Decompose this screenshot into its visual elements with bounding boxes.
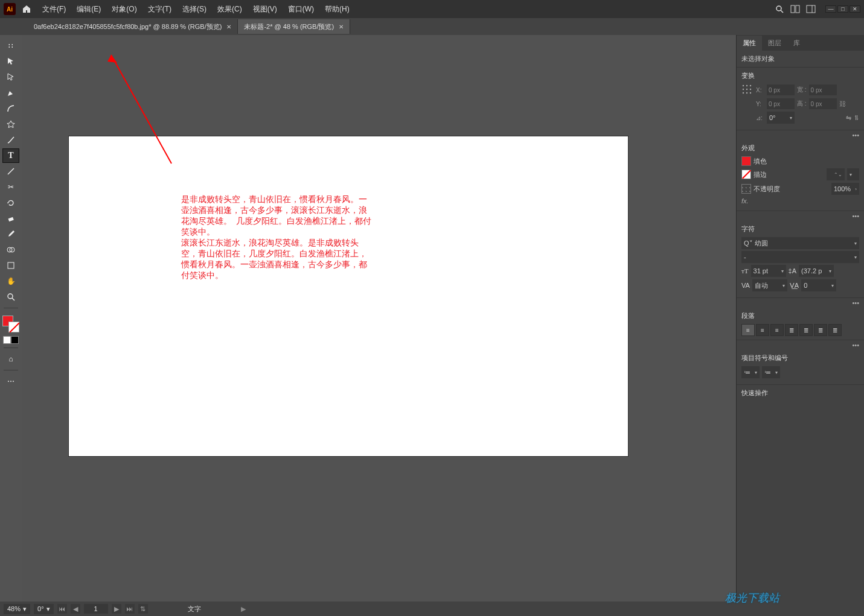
zoom-select[interactable]: 48%▾ (4, 604, 30, 614)
stroke-weight[interactable]: ⌃⌄ (827, 168, 845, 180)
first-artboard-button[interactable]: ⏮ (57, 604, 67, 614)
artboard-number[interactable]: 1 (84, 604, 108, 614)
ref-point-icon[interactable] (741, 84, 754, 96)
justify-center-button[interactable]: ≣ (799, 324, 813, 336)
zoom-tool[interactable] (2, 290, 19, 304)
selection-tool[interactable] (2, 54, 19, 69)
tool-panel: ∷ T ✂ ✋ ⌂ ⋯ (0, 35, 22, 602)
doc-tab-1[interactable]: 0af6eb24c8182e7f405855fc5fcf80b.jpg* @ 8… (28, 19, 238, 34)
canvas-text[interactable]: 是非成败转头空，青山依旧在，惯看秋月春风。一壶浊酒喜相逢，古今多少事，滚滚长江东… (181, 194, 374, 281)
grip-icon[interactable]: ∷ (2, 39, 19, 53)
w-input[interactable] (809, 84, 837, 95)
shapebuilder-tool[interactable] (2, 243, 19, 257)
last-artboard-button[interactable]: ⏭ (125, 604, 135, 614)
h-input[interactable] (809, 98, 837, 109)
close-icon[interactable]: ✕ (226, 24, 231, 30)
star-tool[interactable] (2, 117, 19, 132)
properties-panel: 属性 图层 库 未选择对象 变换 X: 宽 : Y: 高 : ⛓ ⊿: 0°▾ (736, 35, 864, 602)
menu-effect[interactable]: 效果(C) (214, 2, 246, 17)
rotate-select[interactable]: 0°▾ (34, 604, 54, 614)
justify-all-button[interactable]: ≣ (828, 324, 842, 336)
direct-select-tool[interactable] (2, 70, 19, 84)
arrange-icon[interactable] (790, 5, 800, 13)
eraser-tool[interactable] (2, 211, 19, 226)
bullet-list-button[interactable]: ≔▾ (741, 366, 760, 378)
menu-window[interactable]: 窗口(W) (284, 2, 318, 17)
kerning-input[interactable]: 自动▾ (752, 279, 787, 291)
tracking-icon: V͟A (790, 282, 799, 290)
stroke-label: 描边 (754, 170, 767, 179)
opacity-input[interactable]: 100%› (831, 183, 859, 195)
rotate-tool[interactable] (2, 195, 19, 210)
stroke-swatch[interactable] (741, 170, 751, 179)
color-swatch[interactable] (2, 316, 19, 332)
workspace-icon[interactable] (806, 5, 816, 13)
status-play-icon[interactable]: ▶ (241, 605, 246, 613)
home-icon[interactable] (21, 3, 33, 15)
number-list-button[interactable]: ≔▾ (762, 366, 780, 378)
menu-type[interactable]: 文字(T) (144, 2, 175, 17)
search-icon[interactable] (775, 4, 784, 14)
font-style-select[interactable]: -▾ (741, 251, 859, 263)
menu-help[interactable]: 帮助(H) (321, 2, 353, 17)
svg-line-6 (8, 168, 14, 174)
line-tool[interactable] (2, 164, 19, 179)
h-label: 高 : (797, 100, 807, 108)
maximize-button[interactable]: □ (837, 5, 848, 13)
curvature-tool[interactable] (2, 101, 19, 116)
fill-swatch[interactable] (741, 156, 751, 166)
menu-object[interactable]: 对象(O) (108, 2, 140, 17)
bullets-heading: 项目符号和编号 (741, 354, 859, 363)
angle-input[interactable]: 0°▾ (767, 112, 795, 124)
more-icon[interactable]: ••• (737, 130, 864, 140)
type-tool[interactable]: T (2, 148, 19, 163)
menu-file[interactable]: 文件(F) (39, 2, 69, 17)
more-icon[interactable]: ••• (737, 211, 864, 221)
scissors-tool[interactable]: ✂ (2, 180, 19, 194)
align-right-button[interactable]: ≡ (770, 324, 784, 336)
font-size-input[interactable]: 31 pt▾ (751, 265, 786, 277)
more-icon[interactable]: ••• (737, 298, 864, 308)
x-input[interactable] (767, 84, 795, 95)
tracking-input[interactable]: 0▾ (801, 279, 836, 291)
link-icon[interactable]: ⛓ (839, 100, 846, 107)
tab-libraries[interactable]: 库 (787, 36, 806, 51)
y-input[interactable] (767, 98, 795, 109)
next-artboard-button[interactable]: ▶ (112, 604, 121, 614)
close-icon[interactable]: ✕ (339, 24, 344, 30)
menu-select[interactable]: 选择(S) (179, 2, 210, 17)
flip-h-icon[interactable]: ⇋ (846, 114, 851, 122)
justify-right-button[interactable]: ≣ (814, 324, 827, 336)
align-left-button[interactable]: ≡ (741, 324, 755, 336)
artboard: 是非成败转头空，青山依旧在，惯看秋月春风。一壶浊酒喜相逢，古今多少事，滚滚长江东… (69, 136, 628, 456)
flip-v-icon[interactable]: ⥮ (854, 114, 859, 122)
align-center-button[interactable]: ≡ (756, 324, 769, 336)
font-family-select[interactable]: Q˅ 幼圆▾ (741, 237, 859, 249)
canvas-area[interactable]: 是非成败转头空，青山依旧在，惯看秋月春风。一壶浊酒喜相逢，古今多少事，滚滚长江东… (22, 35, 736, 602)
edit-toolbar-icon[interactable]: ⋯ (2, 374, 19, 389)
doc-tab-2[interactable]: 未标题-2* @ 48 % (RGB/预览)✕ (238, 19, 350, 34)
hand-tool[interactable]: ✋ (2, 274, 19, 288)
menu-edit[interactable]: 编辑(E) (73, 2, 104, 17)
more-icon[interactable]: ••• (737, 340, 864, 350)
screen-mode-toggle[interactable] (3, 336, 19, 344)
artboard-tool[interactable] (2, 258, 19, 273)
fx-button[interactable]: fx. (741, 197, 749, 205)
doc-tab-2-label: 未标题-2* @ 48 % (RGB/预览) (244, 22, 334, 31)
justify-left-button[interactable]: ≣ (785, 324, 798, 336)
close-button[interactable]: ✕ (850, 5, 860, 13)
leading-input[interactable]: (37.2 p▾ (799, 265, 834, 277)
minimize-button[interactable]: — (825, 5, 836, 13)
drawmode-icon[interactable]: ⌂ (2, 352, 19, 366)
w-label: 宽 : (797, 86, 807, 94)
menu-view[interactable]: 视图(V) (249, 2, 281, 17)
tab-layers[interactable]: 图层 (762, 36, 787, 51)
stroke-profile[interactable]: ▾ (847, 168, 859, 180)
angle-label: ⊿: (756, 115, 764, 121)
eyedropper-tool[interactable] (2, 227, 19, 241)
prev-artboard-button[interactable]: ◀ (71, 604, 80, 614)
pen-tool[interactable] (2, 86, 19, 100)
tab-properties[interactable]: 属性 (737, 36, 762, 51)
brush-tool[interactable] (2, 133, 19, 147)
artboard-nav-icon[interactable]: ⇅ (138, 604, 148, 614)
